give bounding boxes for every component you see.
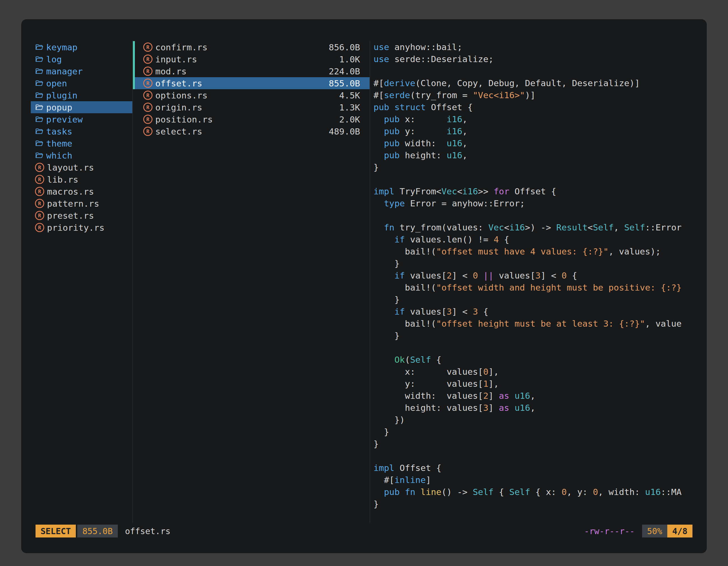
sidebar-item-macros-rs[interactable]: Rmacros.rs — [31, 186, 132, 198]
code-line: } — [374, 161, 706, 173]
code-line — [374, 450, 706, 462]
selection-mark — [133, 101, 135, 113]
sidebar-item-popup[interactable]: popup — [31, 101, 132, 113]
file-row-mod-rs[interactable]: Rmod.rs224.0B — [133, 65, 370, 77]
file-name: offset.rs — [155, 78, 202, 88]
item-label: open — [46, 78, 67, 88]
sidebar-item-theme[interactable]: theme — [31, 137, 132, 149]
sidebar-item-lib-rs[interactable]: Rlib.rs — [31, 173, 132, 186]
rust-file-icon: R — [35, 211, 44, 220]
app-window: keymaplogmanageropenpluginpopuppreviewta… — [22, 20, 706, 553]
file-row-options-rs[interactable]: Roptions.rs4.5K — [133, 89, 370, 101]
code-line: bail!("offset must have 4 values: {:?}",… — [374, 246, 706, 258]
file-size-badge: 855.0B — [77, 525, 118, 537]
file-name: position.rs — [155, 114, 213, 125]
sidebar-item-plugin[interactable]: plugin — [31, 89, 132, 101]
folder-open-icon — [35, 103, 43, 112]
code-line: bail!("offset width and height must be p… — [374, 282, 706, 293]
sidebar-item-layout-rs[interactable]: Rlayout.rs — [31, 161, 132, 173]
sidebar-item-pattern-rs[interactable]: Rpattern.rs — [31, 198, 132, 210]
selection-mark — [133, 113, 135, 125]
scroll-percent-badge: 50% — [642, 525, 667, 537]
sidebar-item-keymap[interactable]: keymap — [31, 41, 132, 53]
status-filename: offset.rs — [125, 526, 171, 536]
selection-mark — [133, 89, 135, 101]
sidebar-item-preview[interactable]: preview — [31, 113, 132, 125]
file-row-offset-rs[interactable]: Roffset.rs855.0B — [133, 77, 370, 89]
folder-open-icon — [35, 127, 43, 136]
file-size: 1.0K — [339, 54, 370, 64]
code-line: } — [374, 330, 706, 342]
rust-file-icon: R — [143, 91, 152, 100]
item-label: preview — [46, 114, 83, 125]
rust-file-icon: R — [35, 199, 44, 208]
file-row-confirm-rs[interactable]: Rconfirm.rs856.0B — [133, 41, 370, 53]
code-line: height: values[3] as u16, — [374, 402, 706, 414]
code-line — [374, 210, 706, 222]
file-size: 1.3K — [339, 102, 370, 112]
code-line: impl TryFrom<Vec<i16>> for Offset { — [374, 186, 706, 198]
sidebar-item-preset-rs[interactable]: Rpreset.rs — [31, 210, 132, 222]
preview-pane: use anyhow::bail;use serde::Deserialize;… — [370, 41, 706, 524]
item-label: log — [46, 54, 62, 64]
code-line: if values[2] < 0 || values[3] < 0 { — [374, 270, 706, 282]
code-line: } — [374, 438, 706, 450]
code-line: if values.len() != 4 { — [374, 234, 706, 246]
folder-open-icon — [35, 115, 43, 124]
code-line: } — [374, 498, 706, 510]
code-line: #[derive(Clone, Copy, Debug, Default, De… — [374, 77, 706, 89]
rust-file-icon: R — [35, 187, 44, 196]
code-line: }) — [374, 414, 706, 426]
sidebar-item-tasks[interactable]: tasks — [31, 125, 132, 137]
code-line: pub y: i16, — [374, 125, 706, 137]
file-row-input-rs[interactable]: Rinput.rs1.0K — [133, 53, 370, 65]
file-size: 224.0B — [329, 66, 370, 76]
sidebar-item-which[interactable]: which — [31, 149, 132, 161]
code-line: y: values[1], — [374, 378, 706, 390]
code-line: pub width: u16, — [374, 137, 706, 149]
file-row-select-rs[interactable]: Rselect.rs489.0B — [133, 125, 370, 137]
item-label: priority.rs — [47, 223, 104, 233]
selection-mark — [133, 125, 135, 137]
code-line: Ok(Self { — [374, 354, 706, 366]
item-label: pattern.rs — [47, 199, 99, 209]
rust-file-icon: R — [143, 43, 152, 52]
rust-file-icon: R — [35, 175, 44, 184]
file-permissions: -rw-r--r-- — [584, 526, 635, 536]
selection-mark — [133, 53, 135, 65]
sidebar-item-priority-rs[interactable]: Rpriority.rs — [31, 222, 132, 234]
sidebar-item-manager[interactable]: manager — [31, 65, 132, 77]
rust-file-icon: R — [143, 55, 152, 64]
folder-open-icon — [35, 79, 43, 88]
code-line: pub fn line() -> Self { Self { x: 0, y: … — [374, 486, 706, 498]
sidebar-item-log[interactable]: log — [31, 53, 132, 65]
file-row-position-rs[interactable]: Rposition.rs2.0K — [133, 113, 370, 125]
cursor-position-badge: 4/8 — [667, 525, 692, 537]
item-label: macros.rs — [47, 187, 94, 197]
item-label: tasks — [46, 126, 72, 137]
rust-file-icon: R — [143, 115, 152, 124]
file-name: input.rs — [155, 54, 197, 64]
folder-open-icon — [35, 43, 43, 51]
status-bar: SELECT 855.0B offset.rs -rw-r--r-- 50% 4… — [36, 525, 692, 537]
rust-file-icon: R — [35, 223, 44, 232]
code-line: if values[3] < 3 { — [374, 305, 706, 318]
item-label: layout.rs — [47, 163, 94, 173]
rust-file-icon: R — [143, 127, 152, 136]
item-label: popup — [46, 102, 72, 112]
code-line: fn try_from(values: Vec<i16>) -> Result<… — [374, 222, 706, 234]
code-line: use anyhow::bail; — [374, 41, 706, 53]
code-line: #[serde(try_from = "Vec<i16>")] — [374, 89, 706, 101]
file-row-origin-rs[interactable]: Rorigin.rs1.3K — [133, 101, 370, 113]
folder-open-icon — [35, 55, 43, 64]
file-name: options.rs — [155, 90, 208, 100]
rust-file-icon: R — [143, 103, 152, 112]
sidebar-item-open[interactable]: open — [31, 77, 132, 89]
file-size: 2.0K — [339, 114, 370, 125]
file-size: 855.0B — [329, 78, 370, 88]
selection-mark — [133, 65, 135, 77]
folder-open-icon — [35, 151, 43, 160]
rust-file-icon: R — [143, 79, 152, 88]
selection-mark — [133, 77, 135, 89]
file-size: 856.0B — [329, 42, 370, 52]
